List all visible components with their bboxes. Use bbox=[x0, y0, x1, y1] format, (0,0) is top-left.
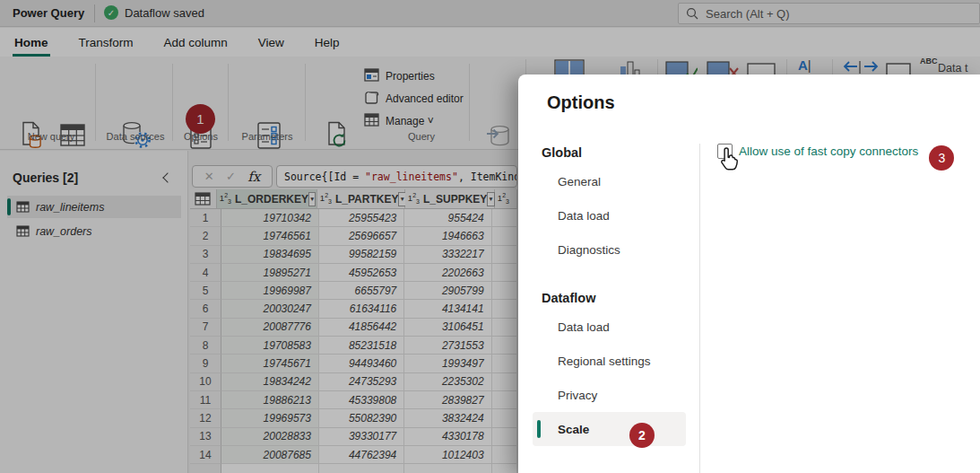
nav-item-regional-settings[interactable]: Regional settings bbox=[533, 344, 686, 378]
nav-item-label: Scale bbox=[558, 423, 589, 436]
nav-item-general[interactable]: General bbox=[533, 164, 686, 198]
power-query-window: Power Query ✓ Dataflow saved Search (Alt… bbox=[0, 0, 980, 473]
dialog-nav: GlobalGeneralData loadDiagnosticsDataflo… bbox=[533, 130, 686, 446]
mouse-cursor-hand bbox=[717, 146, 742, 179]
nav-item-label: Diagnostics bbox=[558, 243, 620, 257]
nav-item-label: Privacy bbox=[558, 389, 597, 402]
nav-item-data-load[interactable]: Data load bbox=[533, 310, 686, 344]
dialog-content: Allow use of fast copy connectors 3 bbox=[717, 143, 954, 171]
nav-item-label: Data load bbox=[558, 320, 610, 334]
dialog-title: Options bbox=[547, 92, 615, 113]
nav-section-global: Global bbox=[533, 141, 686, 164]
annotation-badge-3: 3 bbox=[929, 145, 954, 171]
annotation-badge-2: 2 bbox=[629, 423, 655, 448]
nav-item-data-load[interactable]: Data load bbox=[533, 198, 686, 232]
nav-item-label: General bbox=[558, 175, 601, 188]
nav-item-label: Regional settings bbox=[558, 355, 651, 368]
nav-item-label: Data load bbox=[558, 209, 610, 223]
nav-item-scale[interactable]: Scale2 bbox=[533, 412, 686, 446]
options-dialog: Options GlobalGeneralData loadDiagnostic… bbox=[518, 74, 980, 473]
nav-item-diagnostics[interactable]: Diagnostics bbox=[533, 232, 686, 267]
nav-section-dataflow: Dataflow bbox=[533, 286, 686, 310]
dialog-nav-divider bbox=[699, 144, 700, 473]
fast-copy-checkbox-label[interactable]: Allow use of fast copy connectors bbox=[739, 143, 918, 160]
nav-item-privacy[interactable]: Privacy bbox=[533, 378, 686, 412]
